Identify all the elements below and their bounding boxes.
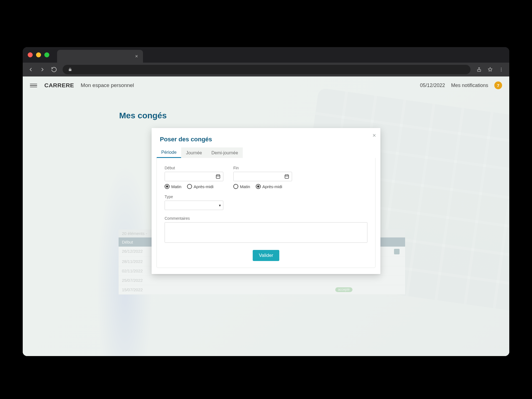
app-header: CARRERE Mon espace personnel 05/12/2022 …	[23, 76, 509, 94]
browser-tab[interactable]: ×	[57, 50, 143, 63]
input-end-date[interactable]	[233, 172, 292, 181]
tab-demi-journee[interactable]: Demi-journée	[207, 147, 243, 158]
radio-label: Après-midi	[194, 184, 214, 189]
page-subtitle: Mon espace personnel	[81, 82, 134, 88]
notifications-link[interactable]: Mes notifications	[451, 83, 488, 88]
radio-start-matin[interactable]: Matin	[165, 184, 181, 189]
svg-rect-4	[216, 175, 220, 178]
window-minimize-dot[interactable]	[36, 52, 41, 57]
svg-point-1	[501, 68, 502, 68]
hamburger-menu-icon[interactable]	[30, 83, 37, 88]
start-halfday-radios: Matin Après-midi	[165, 184, 223, 189]
window-maximize-dot[interactable]	[44, 52, 49, 57]
tab-journee[interactable]: Journée	[181, 147, 207, 158]
input-start-date[interactable]	[165, 172, 223, 181]
notifications-count-badge[interactable]: 7	[494, 81, 502, 89]
modal-tabs: Période Journée Demi-journée	[152, 147, 380, 158]
radio-end-apresmidi[interactable]: Après-midi	[256, 184, 282, 189]
end-halfday-radios: Matin Après-midi	[233, 184, 292, 189]
field-fin: Fin Matin	[233, 166, 292, 189]
svg-point-2	[501, 69, 502, 70]
label-type: Type	[165, 195, 223, 199]
comments-textarea[interactable]	[165, 222, 367, 243]
kebab-menu-icon[interactable]	[498, 66, 504, 73]
browser-frame: ×	[23, 47, 509, 356]
label-debut: Début	[165, 166, 223, 170]
select-type[interactable]: ▾	[165, 201, 223, 210]
nav-back-icon[interactable]	[28, 66, 34, 73]
share-icon[interactable]	[476, 66, 482, 73]
browser-tab-bar: ×	[23, 47, 509, 63]
calendar-icon[interactable]	[284, 174, 290, 179]
page-viewport: CARRERE Mon espace personnel 05/12/2022 …	[23, 76, 509, 356]
modal-title: Poser des congés	[152, 128, 380, 147]
label-comments: Commentaires	[165, 216, 367, 221]
leave-request-modal: × Poser des congés Période Journée Demi-…	[152, 128, 380, 274]
label-fin: Fin	[233, 166, 292, 170]
svg-rect-5	[285, 175, 288, 178]
tab-close-icon[interactable]: ×	[135, 53, 138, 59]
page-title: Mes congés	[119, 111, 509, 120]
nav-forward-icon[interactable]	[39, 66, 45, 73]
radio-label: Matin	[240, 184, 250, 189]
header-date: 05/12/2022	[420, 83, 445, 88]
radio-label: Matin	[171, 184, 181, 189]
window-close-dot[interactable]	[28, 52, 33, 57]
radio-start-apresmidi[interactable]: Après-midi	[187, 184, 214, 189]
svg-point-3	[501, 71, 502, 71]
window-controls	[28, 52, 49, 57]
modal-form: Début Matin	[157, 158, 375, 268]
chevron-down-icon: ▾	[219, 203, 221, 208]
field-debut: Début Matin	[165, 166, 223, 189]
field-comments: Commentaires	[165, 216, 367, 244]
submit-button[interactable]: Valider	[253, 250, 279, 261]
url-field[interactable]	[63, 65, 470, 74]
brand-name: CARRERE	[44, 82, 74, 89]
modal-close-icon[interactable]: ×	[372, 132, 376, 139]
tab-periode[interactable]: Période	[157, 147, 181, 158]
browser-address-bar	[23, 63, 509, 76]
star-icon[interactable]	[487, 66, 493, 73]
nav-reload-icon[interactable]	[51, 66, 57, 73]
field-type: Type ▾	[165, 195, 223, 210]
calendar-icon[interactable]	[215, 174, 221, 179]
radio-end-matin[interactable]: Matin	[233, 184, 250, 189]
radio-label: Après-midi	[262, 184, 282, 189]
lock-icon	[67, 66, 73, 73]
